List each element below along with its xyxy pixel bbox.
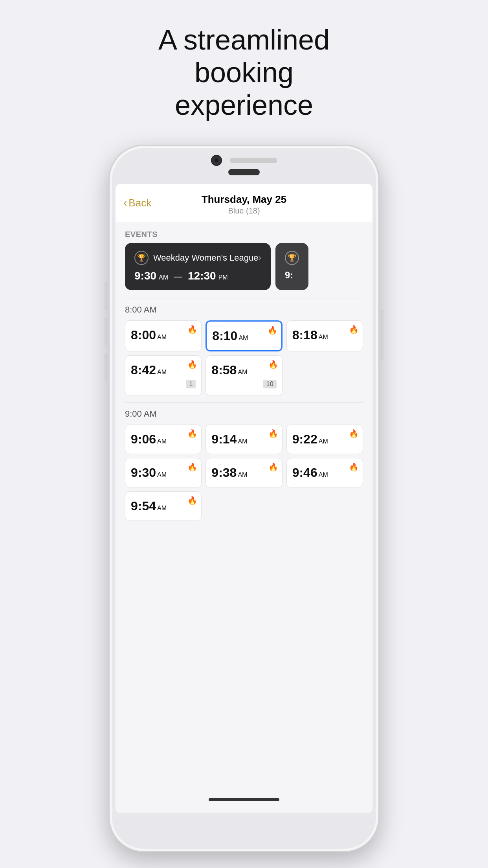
speaker-grille xyxy=(230,158,277,163)
slot-period: AM xyxy=(157,505,167,512)
fire-icon: 🔥 xyxy=(349,462,359,472)
fire-icon: 🔥 xyxy=(268,429,278,438)
back-label: Back xyxy=(128,197,151,209)
event-title-row: 🏆 Weekday Women's League xyxy=(134,251,259,265)
divider-2 xyxy=(125,402,363,403)
time-slot-954[interactable]: 🔥 9:54AM xyxy=(125,491,202,521)
slot-period: AM xyxy=(319,334,328,341)
slot-time: 9:30AM xyxy=(131,465,167,480)
fire-icon: 🔥 xyxy=(268,360,278,369)
slot-period: AM xyxy=(238,369,247,376)
trophy-icon: 🏆 xyxy=(134,251,149,265)
slot-time: 8:00AM xyxy=(131,328,167,342)
event-name: Weekday Women's League xyxy=(153,253,259,263)
slot-time: 9:46AM xyxy=(292,465,328,480)
time-slot-938[interactable]: 🔥 9:38AM xyxy=(205,458,282,487)
fire-icon: 🔥 xyxy=(349,429,359,438)
slot-time: 8:42AM xyxy=(131,363,167,377)
fire-icon: 🔥 xyxy=(187,429,197,438)
volume-down-button xyxy=(105,318,108,345)
phone-mockup: ‹ Back Thursday, May 25 Blue (18) EVENTS… xyxy=(108,145,380,852)
time-slot-858[interactable]: 🔥 8:58AM 10 xyxy=(205,355,282,396)
fire-icon: 🔥 xyxy=(187,496,197,505)
divider-1 xyxy=(125,298,363,298)
event-start-time: 9:30AM — 12:30PM xyxy=(134,270,261,282)
slot-period: AM xyxy=(157,369,167,376)
time-slot-914[interactable]: 🔥 9:14AM xyxy=(205,425,282,454)
slot-period: AM xyxy=(238,471,247,478)
time-slot-810[interactable]: 🔥 8:10AM xyxy=(205,320,282,351)
time-slot-946[interactable]: 🔥 9:46AM xyxy=(286,458,363,487)
slot-time: 9:54AM xyxy=(131,499,167,513)
time-group-8am: 8:00 AM 🔥 8:00AM 🔥 8:10AM xyxy=(116,305,372,402)
events-section-label: EVENTS xyxy=(116,222,372,243)
time-slot-922[interactable]: 🔥 9:22AM xyxy=(286,425,363,454)
time-slot-842[interactable]: 🔥 8:42AM 1 xyxy=(125,355,202,396)
event-card-header: 🏆 Weekday Women's League › xyxy=(134,251,261,265)
time-slot-800[interactable]: 🔥 8:00AM xyxy=(125,320,202,351)
time-slot-906[interactable]: 🔥 9:06AM xyxy=(125,425,202,454)
app-header: ‹ Back Thursday, May 25 Blue (18) xyxy=(116,184,372,222)
event-time-range: 9:30AM — 12:30PM xyxy=(134,270,261,282)
slot-time: 8:10AM xyxy=(212,329,248,343)
slot-time: 9:06AM xyxy=(131,432,167,447)
slot-time: 8:58AM xyxy=(211,363,247,377)
home-indicator xyxy=(209,798,279,801)
slots-grid-9am: 🔥 9:06AM 🔥 9:14AM 🔥 xyxy=(125,425,363,521)
silent-button xyxy=(105,353,108,381)
time-group-9am-label: 9:00 AM xyxy=(125,409,363,419)
slot-period: AM xyxy=(238,335,248,342)
back-button[interactable]: ‹ Back xyxy=(123,197,151,209)
slot-period: AM xyxy=(238,438,247,445)
slot-time: 9:38AM xyxy=(211,465,247,480)
event-start-period: AM xyxy=(159,274,168,281)
trophy-icon-2: 🏆 xyxy=(285,251,299,265)
back-chevron-icon: ‹ xyxy=(123,197,127,209)
slot-badge: 1 xyxy=(186,380,196,388)
fire-icon: 🔥 xyxy=(268,326,277,335)
header-subtitle: Blue (18) xyxy=(125,206,363,215)
event-dash: — xyxy=(174,272,182,282)
page-headline: A streamlined booking experience xyxy=(106,24,382,121)
power-button xyxy=(380,310,383,361)
fire-icon: 🔥 xyxy=(187,325,197,334)
camera-lens xyxy=(211,155,222,166)
header-title: Thursday, May 25 xyxy=(125,193,363,206)
fire-icon: 🔥 xyxy=(187,360,197,369)
app-body: EVENTS 🏆 Weekday Women's League › 9:30AM xyxy=(116,222,372,813)
slot-period: AM xyxy=(319,471,328,478)
slot-period: AM xyxy=(157,471,167,478)
phone-top-area xyxy=(211,152,277,175)
slot-time: 9:22AM xyxy=(292,432,328,447)
event-end-period: PM xyxy=(218,274,228,281)
time-slot-818[interactable]: 🔥 8:18AM xyxy=(286,320,363,351)
slots-grid-8am: 🔥 8:00AM 🔥 8:10AM 🔥 xyxy=(125,320,363,396)
slot-period: AM xyxy=(157,438,167,445)
fire-icon: 🔥 xyxy=(268,462,278,472)
slot-period: AM xyxy=(157,334,167,341)
fire-icon: 🔥 xyxy=(349,325,359,334)
slot-time: 9:14AM xyxy=(211,432,247,447)
event-card-0[interactable]: 🏆 Weekday Women's League › 9:30AM — 12:3… xyxy=(125,243,271,290)
screen: ‹ Back Thursday, May 25 Blue (18) EVENTS… xyxy=(116,184,372,813)
slot-period: AM xyxy=(319,438,328,445)
time-group-9am: 9:00 AM 🔥 9:06AM 🔥 9:14AM xyxy=(116,409,372,527)
event-2-time: 9: xyxy=(285,270,299,281)
event-card-1[interactable]: 🏆 9: xyxy=(275,243,308,290)
slot-time: 8:18AM xyxy=(292,328,328,342)
events-carousel[interactable]: 🏆 Weekday Women's League › 9:30AM — 12:3… xyxy=(116,243,372,298)
event-chevron-icon: › xyxy=(259,253,261,263)
time-group-8am-label: 8:00 AM xyxy=(125,305,363,315)
slot-badge: 10 xyxy=(263,380,277,388)
volume-up-button xyxy=(105,282,108,310)
fire-icon: 🔥 xyxy=(187,462,197,472)
time-slot-930[interactable]: 🔥 9:30AM xyxy=(125,458,202,487)
earpiece xyxy=(228,169,260,175)
